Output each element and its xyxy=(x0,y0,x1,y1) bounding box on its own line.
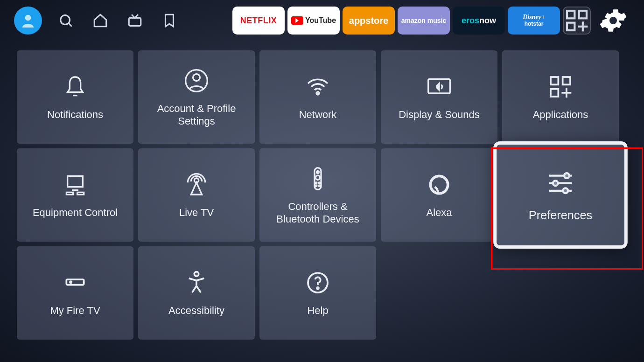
svg-rect-23 xyxy=(77,193,84,195)
display-sound-icon xyxy=(425,73,453,101)
app-netflix-label: NETFLIX xyxy=(240,16,277,25)
tile-equipment-control[interactable]: Equipment Control xyxy=(17,148,133,242)
svg-point-38 xyxy=(563,188,568,194)
bookmark-icon xyxy=(161,13,177,28)
settings-button[interactable] xyxy=(596,4,630,37)
search-icon xyxy=(58,13,74,28)
svg-rect-39 xyxy=(66,279,84,285)
tile-accessibility-label: Accessibility xyxy=(162,304,231,317)
settings-grid: Notifications Account & Profile Settings… xyxy=(0,41,644,349)
app-hotstar[interactable]: Disney+ hotstar xyxy=(508,7,560,35)
app-erosnow-suffix: now xyxy=(479,16,496,25)
tile-applications-label: Applications xyxy=(526,108,595,121)
tv-icon xyxy=(127,13,143,28)
app-hotstar-line2: hotstar xyxy=(525,21,544,27)
svg-rect-22 xyxy=(66,193,73,195)
tile-display-sounds[interactable]: Display & Sounds xyxy=(381,50,497,144)
svg-rect-5 xyxy=(579,11,587,18)
youtube-play-icon xyxy=(291,16,303,25)
app-appstore[interactable]: appstore xyxy=(343,7,395,35)
live-button[interactable] xyxy=(124,10,146,31)
tile-equipment-label: Equipment Control xyxy=(26,206,124,219)
bookmark-button[interactable] xyxy=(159,10,180,31)
equipment-icon xyxy=(61,171,89,199)
app-youtube[interactable]: YouTube xyxy=(287,7,340,35)
svg-point-26 xyxy=(317,171,319,173)
tile-display-sounds-label: Display & Sounds xyxy=(392,108,486,121)
tile-alexa[interactable]: Alexa xyxy=(381,148,497,242)
tile-my-fire-tv-label: My Fire TV xyxy=(43,304,106,317)
top-toolbar: NETFLIX YouTube appstore amazon music er… xyxy=(0,0,644,41)
svg-point-34 xyxy=(564,174,569,179)
gear-icon xyxy=(599,7,627,35)
app-amazon-music-label: amazon music xyxy=(401,17,446,24)
sliders-icon xyxy=(545,167,577,199)
svg-point-1 xyxy=(61,15,70,25)
svg-point-12 xyxy=(193,74,200,81)
svg-point-28 xyxy=(315,182,317,183)
app-youtube-label: YouTube xyxy=(305,17,336,25)
apps-strip: NETFLIX YouTube appstore amazon music er… xyxy=(232,4,630,37)
tile-account[interactable]: Account & Profile Settings xyxy=(138,50,255,144)
app-erosnow[interactable]: erosnow xyxy=(453,7,505,35)
help-icon xyxy=(304,269,332,297)
accessibility-icon xyxy=(182,269,210,297)
tile-applications[interactable]: Applications xyxy=(502,50,619,144)
svg-point-27 xyxy=(315,175,320,180)
app-netflix[interactable]: NETFLIX xyxy=(232,7,285,35)
user-icon xyxy=(182,67,210,95)
svg-point-0 xyxy=(25,15,31,21)
device-icon xyxy=(61,269,89,297)
apps-grid-button[interactable] xyxy=(563,7,591,35)
profile-icon xyxy=(20,12,36,29)
profile-button[interactable] xyxy=(14,7,42,35)
svg-line-2 xyxy=(69,23,72,27)
svg-point-36 xyxy=(553,181,558,186)
svg-point-40 xyxy=(70,281,71,283)
svg-rect-15 xyxy=(551,77,558,84)
svg-rect-4 xyxy=(567,11,574,18)
svg-rect-17 xyxy=(551,89,558,97)
svg-point-29 xyxy=(319,182,320,183)
tile-controllers[interactable]: Controllers & Bluetooth Devices xyxy=(259,148,376,242)
svg-point-31 xyxy=(319,185,320,186)
svg-point-41 xyxy=(194,272,198,276)
broadcast-icon xyxy=(182,171,210,199)
tile-accessibility[interactable]: Accessibility xyxy=(138,246,255,340)
apps-grid-icon xyxy=(564,7,590,34)
remote-icon xyxy=(304,165,332,193)
apps-icon xyxy=(546,73,574,101)
app-hotstar-line1: Disney+ xyxy=(523,14,545,21)
app-amazon-music[interactable]: amazon music xyxy=(398,7,450,35)
tile-network[interactable]: Network xyxy=(259,50,376,144)
home-button[interactable] xyxy=(90,10,111,31)
tile-account-label: Account & Profile Settings xyxy=(138,102,255,128)
tile-preferences[interactable]: Preferences xyxy=(493,141,628,249)
app-erosnow-prefix: eros xyxy=(462,16,479,25)
svg-point-43 xyxy=(317,287,319,289)
tile-network-label: Network xyxy=(293,108,343,121)
tile-controllers-label: Controllers & Bluetooth Devices xyxy=(259,200,376,226)
svg-point-32 xyxy=(430,176,448,194)
tile-live-tv[interactable]: Live TV xyxy=(138,148,255,242)
bell-icon xyxy=(61,73,89,101)
svg-rect-20 xyxy=(68,176,83,187)
home-icon xyxy=(92,13,108,28)
tile-notifications[interactable]: Notifications xyxy=(17,50,133,144)
svg-point-30 xyxy=(315,185,317,186)
tile-notifications-label: Notifications xyxy=(41,108,110,121)
svg-rect-6 xyxy=(567,23,574,30)
wifi-icon xyxy=(304,73,332,101)
svg-rect-16 xyxy=(563,77,570,84)
tile-preferences-label: Preferences xyxy=(521,208,600,223)
search-button[interactable] xyxy=(55,10,77,31)
alexa-icon xyxy=(425,171,453,199)
svg-point-9 xyxy=(609,17,617,24)
tile-help-label: Help xyxy=(301,304,335,317)
tile-alexa-label: Alexa xyxy=(420,206,458,219)
app-appstore-label: appstore xyxy=(349,16,388,26)
tile-help[interactable]: Help xyxy=(259,246,376,340)
toolbar-left-group xyxy=(14,7,180,35)
tile-my-fire-tv[interactable]: My Fire TV xyxy=(17,246,133,340)
tile-live-tv-label: Live TV xyxy=(173,206,220,219)
